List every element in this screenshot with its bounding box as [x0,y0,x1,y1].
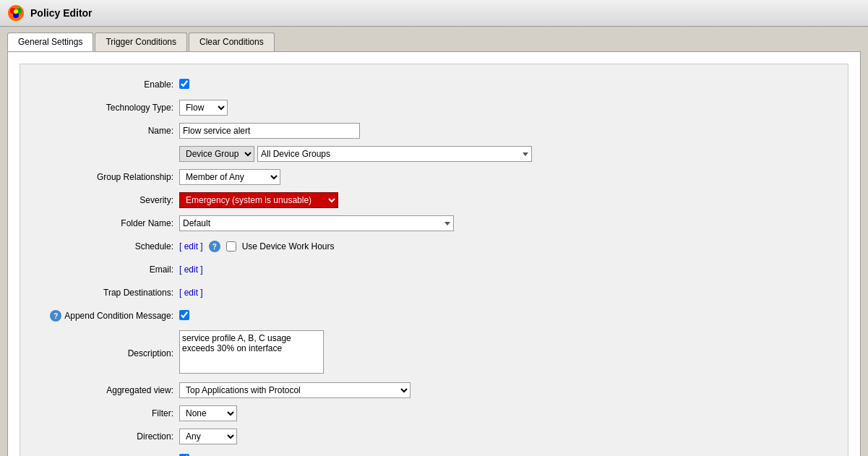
technology-type-label: Technology Type: [35,103,179,113]
name-control [179,123,541,139]
trap-destinations-edit-link[interactable]: [ edit ] [179,288,203,298]
trap-destinations-label: Trap Destinations: [35,288,179,298]
folder-name-value[interactable]: Default [179,215,454,231]
service-alerts-checkbox[interactable] [179,454,189,457]
app-logo-icon [7,4,25,22]
folder-name-control: Default [179,215,541,231]
aggregated-view-select[interactable]: Top Applications with Protocol Top Appli… [179,382,411,398]
name-row: Name: [35,122,833,139]
technology-type-select[interactable]: Flow SNMP Syslog [179,100,228,116]
enable-label: Enable: [35,79,179,90]
use-device-work-hours-checkbox[interactable] [226,241,236,251]
technology-type-row: Technology Type: Flow SNMP Syslog [35,99,833,116]
group-relationship-label: Group Relationship: [35,172,179,182]
append-condition-control [179,310,541,322]
aggregated-view-label: Aggregated view: [35,385,179,395]
description-textarea[interactable]: service profile A, B, C usage exceeds 30… [179,330,324,374]
filter-control: None Custom [179,405,541,421]
enable-row: Enable: [35,76,833,93]
severity-control: Emergency (system is unusable) Alert Cri… [179,192,541,208]
severity-row: Severity: Emergency (system is unusable)… [35,192,833,209]
use-device-work-hours-label: Use Device Work Hours [242,241,335,251]
aggregated-view-control: Top Applications with Protocol Top Appli… [179,382,541,398]
filter-label: Filter: [35,408,179,418]
filter-select[interactable]: None Custom [179,405,237,421]
schedule-label: Schedule: [35,241,179,251]
group-relationship-control: Member of Any Member of All [179,169,541,185]
schedule-edit-link[interactable]: [ edit ] [179,241,203,251]
direction-label: Direction: [35,431,179,442]
folder-dropdown-arrow-icon [442,218,450,228]
enable-checkbox[interactable] [179,79,189,89]
device-group-type-select[interactable]: Device Group [179,146,254,162]
schedule-row: Schedule: [ edit ] ? Use Device Work Hou… [35,238,833,255]
tab-general-settings[interactable]: General Settings [7,33,93,51]
service-alerts-control [179,454,541,457]
trap-destinations-control: [ edit ] [179,288,541,298]
schedule-control: [ edit ] ? Use Device Work Hours [179,241,541,252]
append-condition-help-icon[interactable]: ? [50,310,61,322]
severity-label: Severity: [35,195,179,205]
append-condition-checkbox[interactable] [179,310,189,320]
name-label: Name: [35,126,179,136]
service-alerts-row: Service Alerts: [35,451,833,456]
svg-point-4 [14,9,18,14]
device-group-value: All Device Groups [261,149,330,159]
description-label: Description: [35,348,179,358]
direction-control: Any In Out [179,429,541,444]
group-relationship-select[interactable]: Member of Any Member of All [179,169,280,185]
enable-control [179,79,541,91]
tab-clear-conditions[interactable]: Clear Conditions [189,33,275,51]
title-bar: Policy Editor [0,0,868,27]
email-row: Email: [ edit ] [35,261,833,278]
folder-name-label: Folder Name: [35,218,179,228]
description-row: Description: service profile A, B, C usa… [35,330,833,376]
email-edit-link[interactable]: [ edit ] [179,264,203,275]
schedule-help-icon[interactable]: ? [209,241,220,252]
email-control: [ edit ] [179,264,541,275]
tabs-row: General Settings Trigger Conditions Clea… [7,33,861,51]
tab-trigger-conditions[interactable]: Trigger Conditions [95,33,187,51]
filter-row: Filter: None Custom [35,405,833,422]
inner-panel: Enable: Technology Type: Flow SNMP Syslo… [20,64,848,456]
technology-type-control: Flow SNMP Syslog [179,100,541,116]
device-group-arrow-icon [520,149,528,159]
direction-select[interactable]: Any In Out [179,429,237,444]
name-input[interactable] [179,123,360,139]
email-label: Email: [35,264,179,275]
device-group-row: Device Group All Device Groups [35,145,833,163]
append-condition-row: ? Append Condition Message: [35,307,833,324]
direction-row: Direction: Any In Out [35,428,833,445]
aggregated-view-row: Aggregated view: Top Applications with P… [35,382,833,399]
severity-select[interactable]: Emergency (system is unusable) Alert Cri… [179,192,338,208]
folder-name-row: Folder Name: Default [35,215,833,232]
main-content: General Settings Trigger Conditions Clea… [0,27,868,456]
description-control: service profile A, B, C usage exceeds 30… [179,330,541,376]
append-condition-label: Append Condition Message: [64,311,173,321]
group-relationship-row: Group Relationship: Member of Any Member… [35,168,833,186]
app-title: Policy Editor [30,7,93,19]
trap-destinations-row: Trap Destinations: [ edit ] [35,284,833,301]
main-panel: Enable: Technology Type: Flow SNMP Syslo… [7,51,861,456]
device-group-control: Device Group All Device Groups [179,146,541,162]
